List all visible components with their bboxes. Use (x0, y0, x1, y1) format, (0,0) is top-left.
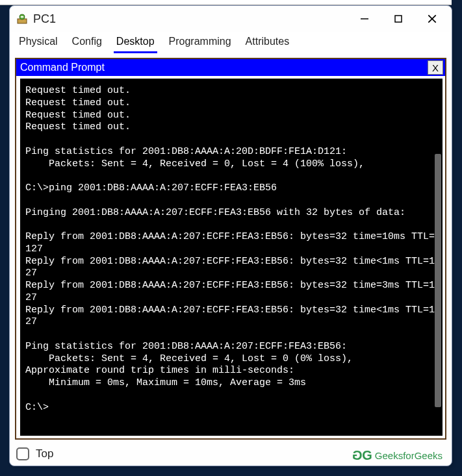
tab-attributes[interactable]: Attributes (243, 33, 292, 53)
watermark: GG GeeksforGeeks (353, 448, 443, 463)
svg-rect-4 (395, 16, 402, 22)
command-prompt-close-button[interactable]: X (428, 60, 443, 75)
tab-desktop[interactable]: Desktop (114, 33, 157, 53)
terminal-output[interactable]: Request timed out. Request timed out. Re… (20, 79, 443, 436)
footer-row: Top GG GeeksforGeeks (10, 442, 452, 466)
tab-programming[interactable]: Programming (166, 33, 234, 53)
tabs-row: Physical Config Desktop Programming Attr… (10, 32, 452, 54)
close-button[interactable] (415, 6, 449, 32)
content-pane: Command Prompt X Request timed out. Requ… (15, 58, 446, 440)
terminal-area: Request timed out. Request timed out. Re… (16, 76, 445, 438)
top-checkbox[interactable] (16, 447, 29, 460)
maximize-button[interactable] (381, 6, 415, 32)
tab-config[interactable]: Config (70, 33, 105, 53)
window-title: PC1 (33, 12, 56, 26)
command-prompt-titlebar[interactable]: Command Prompt X (16, 59, 445, 76)
minimize-button[interactable] (348, 6, 381, 32)
background-strip (0, 0, 452, 5)
command-prompt-title: Command Prompt (20, 62, 105, 73)
app-window: PC1 Physical Config Desktop Programming … (9, 5, 452, 466)
gfg-logo-icon: GG (353, 448, 371, 463)
titlebar[interactable]: PC1 (10, 6, 452, 32)
tab-physical[interactable]: Physical (16, 33, 60, 53)
svg-rect-2 (21, 16, 23, 18)
watermark-text: GeeksforGeeks (375, 450, 443, 461)
close-icon: X (432, 62, 439, 73)
app-icon (16, 13, 28, 25)
top-checkbox-label: Top (36, 447, 53, 460)
scrollbar-thumb[interactable] (435, 154, 441, 407)
